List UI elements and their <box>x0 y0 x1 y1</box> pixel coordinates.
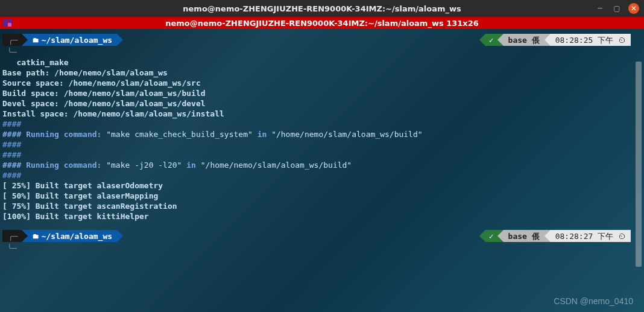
output-line: #### <box>2 139 642 150</box>
clock-icon: ⏲ <box>618 35 626 45</box>
separator-icon <box>545 230 551 242</box>
terminal-content: ╭─ ~/slam/aloam_ws ✓ base 倀 08:28:25 下午 … <box>0 29 644 312</box>
cursor-line: ╰─ <box>2 243 642 253</box>
output-line: #### <box>2 170 642 180</box>
svg-rect-1 <box>8 19 11 22</box>
terminal-area[interactable]: ╭─ ~/slam/aloam_ws ✓ base 倀 08:28:25 下午 … <box>0 29 644 312</box>
time-segment: 08:28:25 下午 ⏲ <box>551 34 631 46</box>
output-line: [ 25%] Built target alaserOdometry <box>2 180 642 191</box>
cursor-line: ╰─ <box>2 47 642 57</box>
prompt-host-segment: ╭─ <box>2 230 22 242</box>
output-line: #### <box>2 150 642 160</box>
folder-icon <box>33 34 42 45</box>
separator-icon <box>479 230 485 242</box>
status-ok-segment: ✓ <box>485 230 497 242</box>
maximize-button[interactable]: ▢ <box>611 3 622 14</box>
output-line: Devel space: /home/nemo/slam/aloam_ws/de… <box>2 98 642 109</box>
env-segment: base 倀 <box>504 34 545 46</box>
close-button[interactable]: ✕ <box>628 3 639 14</box>
time-segment: 08:28:27 下午 ⏲ <box>551 230 631 242</box>
tmux-statusbar: nemo@nemo-ZHENGJIUZHE-REN9000K-34IMZ:~/s… <box>0 17 644 29</box>
output-line: Source space: /home/nemo/slam/aloam_ws/s… <box>2 78 642 88</box>
separator-icon <box>22 230 28 242</box>
prompt-path-segment: ~/slam/aloam_ws <box>28 230 117 242</box>
minimize-button[interactable]: ─ <box>595 3 605 14</box>
output-line: Install space: /home/nemo/slam/aloam_ws/… <box>2 109 642 119</box>
prompt-host-segment: ╭─ <box>2 34 22 46</box>
output-line: Build space: /home/nemo/slam/aloam_ws/bu… <box>2 88 642 98</box>
output-line: [100%] Built target kittiHelper <box>2 211 642 221</box>
watermark: CSDN @nemo_0410 <box>554 296 633 306</box>
svg-rect-2 <box>8 23 11 27</box>
statusbar-text: nemo@nemo-ZHENGJIUZHE-REN9000K-34IMZ:~/s… <box>165 19 479 28</box>
clock-icon: ⏲ <box>618 231 626 241</box>
separator-icon <box>497 34 504 46</box>
svg-rect-0 <box>4 19 7 27</box>
window-controls: ─ ▢ ✕ <box>595 3 639 14</box>
separator-icon <box>117 230 123 242</box>
time-text: 08:28:27 下午 <box>555 231 613 241</box>
status-ok-segment: ✓ <box>485 34 497 46</box>
prompt-line-1: ╭─ ~/slam/aloam_ws ✓ base 倀 08:28:25 下午 … <box>2 34 642 46</box>
prompt-path: ~/slam/aloam_ws <box>42 231 112 241</box>
separator-icon <box>479 34 485 46</box>
separator-icon <box>497 230 504 242</box>
output-line: #### Running command: "make -j20 -l20" i… <box>2 160 642 170</box>
output-line: #### <box>2 119 642 129</box>
window-titlebar: nemo@nemo-ZHENGJIUZHE-REN9000K-34IMZ:~/s… <box>0 0 644 17</box>
prompt-line-2: ╭─ ~/slam/aloam_ws ✓ base 倀 08:28:27 下午 … <box>2 230 642 242</box>
separator-icon <box>117 34 123 46</box>
output-line: Base path: /home/nemo/slam/aloam_ws <box>2 68 642 78</box>
pane-indicator-icon <box>4 19 12 27</box>
output-line: #### Running command: "make cmake_check_… <box>2 129 642 139</box>
output-line: [ 50%] Built target alaserMapping <box>2 191 642 201</box>
window-title: nemo@nemo-ZHENGJIUZHE-REN9000K-34IMZ:~/s… <box>183 4 461 13</box>
output-line: [ 75%] Built target ascanRegistration <box>2 201 642 211</box>
prompt-path: ~/slam/aloam_ws <box>42 35 112 45</box>
folder-icon <box>33 231 42 241</box>
command-line: catkin_make <box>2 57 642 68</box>
separator-icon <box>545 34 551 46</box>
separator-icon <box>22 34 28 46</box>
prompt-path-segment: ~/slam/aloam_ws <box>28 34 117 46</box>
time-text: 08:28:25 下午 <box>555 35 613 45</box>
env-segment: base 倀 <box>504 230 545 242</box>
